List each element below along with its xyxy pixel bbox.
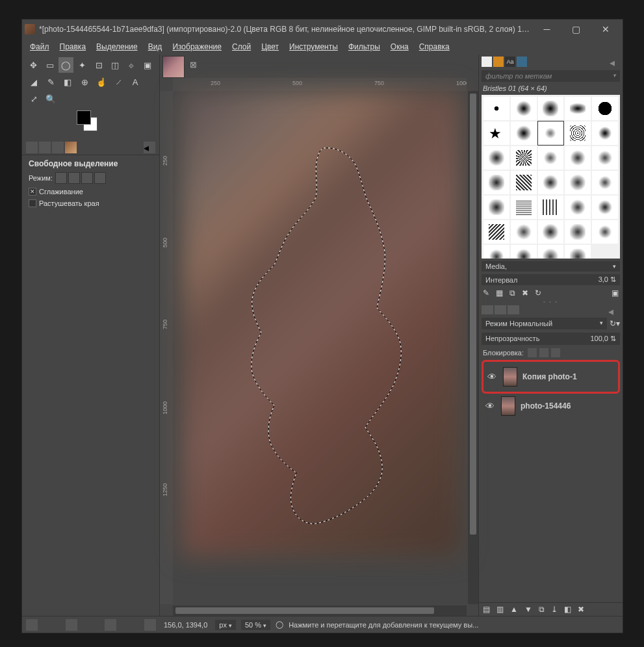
channels-tab[interactable] — [495, 305, 506, 314]
fonts-tab[interactable]: Aa — [505, 57, 515, 67]
lower-layer-icon[interactable]: ▼ — [524, 605, 532, 614]
raise-layer-icon[interactable]: ▲ — [510, 605, 518, 614]
lasso-icon: ◯ — [276, 620, 283, 629]
merge-down-icon[interactable]: ⤓ — [551, 605, 558, 614]
panel-menu-icon[interactable]: ◂ — [610, 57, 620, 67]
restore-tool-preset-icon[interactable] — [66, 619, 77, 631]
opacity-slider[interactable]: Непрозрачность 100,0 ⇅ — [482, 333, 620, 345]
tool-options-tab[interactable] — [26, 142, 38, 153]
ruler-vertical[interactable]: 250 500 750 1000 1250 — [160, 91, 173, 604]
color-swatches[interactable] — [77, 110, 113, 135]
menu-tools[interactable]: Инструменты — [285, 41, 342, 53]
tab-menu-icon[interactable]: ◂ — [144, 142, 155, 153]
menu-view[interactable]: Вид — [144, 41, 166, 53]
warp-tool[interactable]: ⟐ — [124, 57, 139, 73]
minimize-button[interactable]: ─ — [532, 19, 561, 39]
delete-layer-icon[interactable]: ✖ — [578, 605, 584, 614]
lock-pixels-icon[interactable] — [528, 348, 537, 357]
brush-interval-input[interactable]: Интервал 3,0 ⇅ — [482, 274, 620, 285]
brushes-tab[interactable] — [482, 57, 492, 67]
brush-media-select[interactable]: Media,▾ — [482, 261, 620, 272]
brush-filter-input[interactable]: фильтр по меткам▾ — [482, 70, 620, 82]
close-button[interactable]: ✕ — [591, 19, 620, 39]
new-layer-icon[interactable]: ▤ — [483, 605, 490, 614]
mode-subtract[interactable] — [81, 172, 93, 184]
layer-mode-select[interactable]: Режим Нормальный ▾ — [482, 318, 607, 329]
delete-brush-icon[interactable]: ✖ — [522, 288, 528, 298]
gradient-tool[interactable]: ◢ — [26, 74, 42, 90]
antialias-checkbox[interactable]: ✕ — [29, 188, 36, 196]
patterns-tab[interactable] — [493, 57, 504, 67]
device-status-tab[interactable] — [39, 142, 51, 153]
menu-select[interactable]: Выделение — [92, 41, 142, 53]
brush-grid[interactable]: ★ — [482, 95, 620, 259]
text-tool[interactable]: A — [127, 74, 143, 90]
layer-row-active[interactable]: 👁 Копия photo-1 — [482, 360, 620, 394]
lock-alpha-icon[interactable] — [551, 348, 560, 357]
ruler-horizontal[interactable]: 250 500 750 1000 — [173, 78, 467, 91]
bucket-fill-tool[interactable]: ▣ — [140, 57, 155, 73]
menu-image[interactable]: Изображение — [168, 41, 225, 53]
reset-tool-preset-icon[interactable] — [144, 619, 156, 631]
mode-reset-icon[interactable]: ↻▾ — [610, 319, 620, 328]
fuzzy-select-tool[interactable]: ✦ — [75, 57, 90, 73]
visibility-toggle-icon[interactable]: 👁 — [484, 401, 496, 411]
open-as-image-icon[interactable]: ▣ — [612, 288, 619, 298]
mode-add[interactable] — [68, 172, 80, 184]
menu-file[interactable]: Файл — [26, 41, 53, 53]
refresh-brushes-icon[interactable]: ↻ — [535, 288, 541, 298]
edit-brush-icon[interactable]: ✎ — [483, 288, 489, 298]
layer-name: photo-154446 — [521, 401, 571, 411]
right-panel: Aa ◂ фильтр по меткам▾ Bristles 01 (64 ×… — [478, 55, 623, 616]
lock-position-icon[interactable] — [539, 348, 548, 357]
menu-layer[interactable]: Слой — [228, 41, 255, 53]
clone-tool[interactable]: ⊕ — [77, 74, 92, 90]
new-brush-icon[interactable]: ▦ — [496, 288, 503, 298]
zoom-tool[interactable]: 🔍 — [43, 91, 58, 107]
free-select-tool[interactable]: ◯ — [58, 57, 73, 73]
duplicate-brush-icon[interactable]: ⧉ — [509, 288, 515, 298]
menu-filters[interactable]: Фильтры — [344, 41, 384, 53]
fg-color-swatch[interactable] — [77, 110, 91, 125]
save-tool-preset-icon[interactable] — [26, 619, 38, 631]
zoom-select[interactable]: 50 % ▾ — [241, 620, 270, 630]
delete-tool-preset-icon[interactable] — [105, 619, 116, 631]
mode-replace[interactable] — [55, 172, 67, 184]
feather-checkbox[interactable] — [29, 199, 36, 207]
move-tool[interactable]: ✥ — [26, 57, 41, 73]
undo-history-tab[interactable] — [52, 142, 64, 153]
rect-select-tool[interactable]: ▭ — [42, 57, 57, 73]
menubar: Файл Правка Выделение Вид Изображение Сл… — [22, 39, 623, 55]
close-document-icon[interactable]: ⊠ — [190, 60, 197, 70]
canvas[interactable] — [173, 91, 467, 604]
duplicate-layer-icon[interactable]: ⧉ — [539, 605, 545, 614]
unit-select[interactable]: px ▾ — [215, 620, 236, 630]
paths-tab[interactable] — [508, 305, 519, 314]
eraser-tool[interactable]: ◧ — [60, 74, 75, 90]
document-tab[interactable] — [162, 56, 185, 78]
scrollbar-horizontal[interactable] — [173, 605, 467, 616]
layer-group-icon[interactable]: ▥ — [496, 605, 504, 614]
menu-edit[interactable]: Правка — [56, 41, 90, 53]
menu-colors[interactable]: Цвет — [257, 41, 283, 53]
layers-tab[interactable] — [482, 305, 493, 314]
mode-intersect[interactable] — [94, 172, 106, 184]
layer-row[interactable]: 👁 photo-154446 — [482, 394, 620, 418]
scrollbar-vertical[interactable] — [468, 91, 478, 604]
feather-label: Растушевать края — [39, 199, 99, 207]
smudge-tool[interactable]: ☝ — [94, 74, 109, 90]
layers-panel-menu-icon[interactable]: ◂ — [608, 305, 620, 314]
menu-windows[interactable]: Окна — [387, 41, 413, 53]
color-picker-tool[interactable]: ⤢ — [26, 91, 42, 107]
menu-help[interactable]: Справка — [415, 41, 454, 53]
transform-tool[interactable]: ◫ — [108, 57, 123, 73]
images-tab[interactable] — [65, 142, 77, 153]
maximize-button[interactable]: ▢ — [561, 19, 591, 39]
pencil-tool[interactable]: ✎ — [43, 74, 58, 90]
canvas-area: ⊠ 250 500 750 1000 250 500 750 1000 1250 — [160, 55, 478, 616]
path-tool[interactable]: ⟋ — [110, 74, 126, 90]
visibility-toggle-icon[interactable]: 👁 — [486, 372, 498, 381]
mask-icon[interactable]: ◧ — [564, 605, 571, 614]
history-tab[interactable] — [517, 57, 527, 67]
crop-tool[interactable]: ⊡ — [92, 57, 107, 73]
